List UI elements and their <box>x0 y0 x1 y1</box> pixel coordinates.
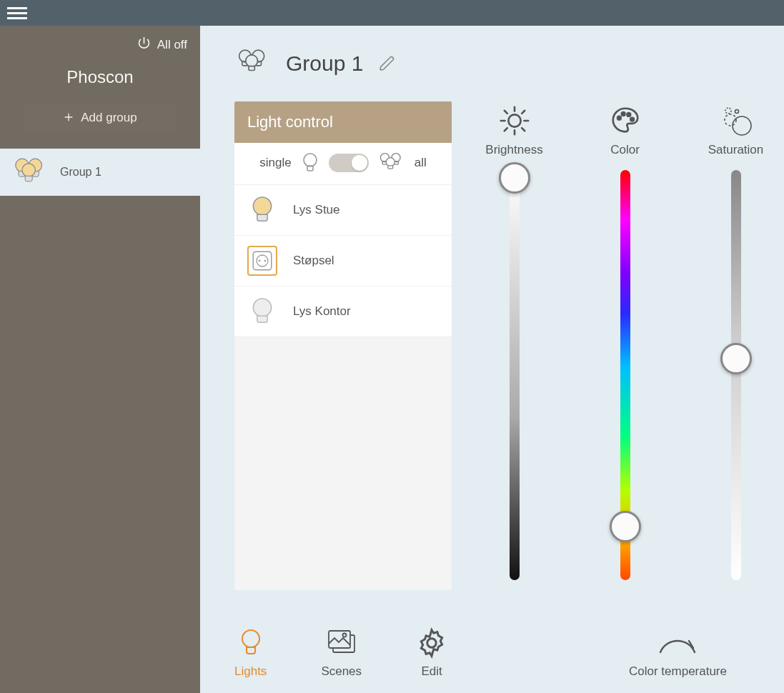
tab-label: Edit <box>421 664 442 679</box>
saturation-slider[interactable] <box>731 170 741 580</box>
svg-rect-15 <box>253 251 272 270</box>
palette-icon <box>609 103 642 139</box>
svg-point-21 <box>617 116 621 120</box>
menu-icon[interactable] <box>7 3 27 23</box>
svg-point-28 <box>735 110 738 114</box>
bulb-icon <box>247 195 277 225</box>
sidebar-item-group-1[interactable]: Group 1 <box>0 149 200 196</box>
svg-point-16 <box>257 255 268 266</box>
brightness-icon <box>498 103 531 139</box>
svg-point-24 <box>630 118 634 121</box>
svg-point-2 <box>22 164 35 176</box>
add-group-label: Add group <box>81 111 137 125</box>
saturation-icon <box>718 103 754 139</box>
brightness-handle[interactable] <box>499 162 530 194</box>
svg-point-22 <box>621 112 625 116</box>
main-content: Group 1 Light control single <box>200 26 784 693</box>
power-icon <box>137 36 152 54</box>
bulb-icon <box>247 296 277 326</box>
tab-label: Scenes <box>321 664 362 679</box>
color-temp-icon <box>656 631 699 659</box>
add-group-button[interactable]: Add group <box>24 103 176 133</box>
sidebar: All off Phoscon Add group Group 1 <box>0 26 200 693</box>
app-name: Phoscon <box>13 67 187 87</box>
svg-point-27 <box>725 108 731 114</box>
svg-rect-13 <box>388 166 393 169</box>
bulb-group-icon <box>378 151 405 174</box>
sidebar-item-label: Group 1 <box>60 166 101 179</box>
bulb-icon <box>239 627 263 659</box>
sliders-column: Brightness Color <box>480 101 770 590</box>
device-label: Støpsel <box>293 254 334 268</box>
color-slider[interactable] <box>620 170 630 580</box>
color-handle[interactable] <box>610 511 641 542</box>
device-row-stopsel[interactable]: Støpsel <box>234 236 452 286</box>
topbar <box>0 0 784 26</box>
scenes-icon <box>324 627 359 659</box>
color-label: Color <box>610 143 640 157</box>
all-label: all <box>415 156 427 170</box>
tab-lights[interactable]: Lights <box>234 627 267 679</box>
tab-scenes[interactable]: Scenes <box>321 627 362 679</box>
plus-icon <box>63 111 74 125</box>
saturation-label: Saturation <box>708 143 764 157</box>
svg-point-17 <box>259 260 261 262</box>
device-row-lys-kontor[interactable]: Lys Kontor <box>234 286 452 337</box>
device-label: Lys Kontor <box>293 304 351 319</box>
bulb-group-icon <box>234 47 270 80</box>
color-temperature-button[interactable]: Color temperature <box>629 631 727 679</box>
svg-point-25 <box>733 116 751 135</box>
bulb-icon <box>301 152 319 174</box>
svg-point-14 <box>253 197 271 215</box>
svg-point-20 <box>508 114 520 126</box>
single-all-toggle-row: single all <box>234 143 452 185</box>
svg-point-23 <box>627 113 630 116</box>
tab-edit[interactable]: Edit <box>416 627 447 679</box>
saturation-handle[interactable] <box>720 343 752 374</box>
bulb-group-icon <box>11 156 47 189</box>
svg-point-33 <box>427 639 436 647</box>
single-label: single <box>259 156 291 170</box>
device-label: Lys Stue <box>293 203 340 217</box>
color-slider-block: Color <box>591 103 659 590</box>
all-off-button[interactable]: All off <box>13 36 187 54</box>
svg-rect-31 <box>329 631 350 648</box>
page-title: Group 1 <box>286 51 363 76</box>
svg-point-29 <box>242 630 259 647</box>
svg-point-19 <box>253 299 271 316</box>
all-off-label: All off <box>157 38 187 52</box>
header-row: Group 1 <box>234 47 770 80</box>
light-control-header: Light control <box>234 101 452 143</box>
edit-title-button[interactable] <box>379 55 396 72</box>
svg-point-6 <box>304 154 317 166</box>
tab-label: Lights <box>234 664 267 679</box>
saturation-slider-block: Saturation <box>702 103 770 590</box>
svg-point-12 <box>386 158 395 166</box>
svg-point-18 <box>264 260 267 262</box>
plug-icon <box>247 246 277 276</box>
bottom-tabs: Lights Scenes Edit <box>234 627 447 679</box>
device-row-lys-stue[interactable]: Lys Stue <box>234 185 452 236</box>
single-all-toggle[interactable] <box>329 154 369 172</box>
light-control-panel: Light control single <box>234 101 452 590</box>
svg-point-5 <box>246 55 258 67</box>
color-temp-label: Color temperature <box>629 664 727 679</box>
brightness-label: Brightness <box>485 143 542 157</box>
brightness-slider[interactable] <box>510 170 520 580</box>
gear-icon <box>416 627 447 659</box>
brightness-slider-block: Brightness <box>480 103 548 590</box>
